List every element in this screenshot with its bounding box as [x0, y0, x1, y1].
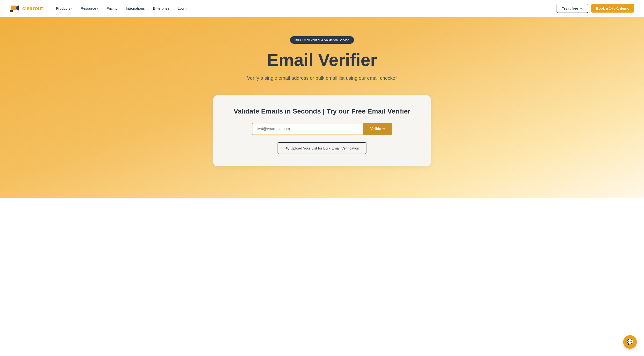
nav-item-enterprise[interactable]: Enterprise	[150, 4, 173, 12]
hero-badge: Bulk Email Verifier & Validation Service	[290, 36, 354, 44]
navbar: clearout Products ▾ Resource ▾ Pricing I…	[0, 0, 644, 17]
chevron-down-icon: ▾	[71, 7, 72, 10]
upload-icon	[285, 146, 289, 150]
nav-actions: Try it free → Book a 1-to-1 demo	[556, 4, 634, 13]
hero-subtitle: Verify a single email address or bulk em…	[247, 75, 397, 81]
logo-text: clearout	[22, 5, 43, 12]
chat-button[interactable]: 💬	[623, 335, 637, 349]
nav-item-integrations[interactable]: Integrations	[122, 4, 148, 12]
email-input[interactable]	[252, 123, 363, 135]
validate-button[interactable]: Validate	[363, 123, 392, 135]
verifier-card: Validate Emails in Seconds | Try our Fre…	[213, 96, 431, 166]
nav-item-products[interactable]: Products ▾	[53, 4, 76, 12]
logo[interactable]: clearout	[10, 3, 43, 14]
card-title: Validate Emails in Seconds | Try our Fre…	[234, 108, 410, 115]
book-demo-button[interactable]: Book a 1-to-1 demo	[591, 4, 634, 12]
try-free-button[interactable]: Try it free →	[556, 4, 588, 13]
nav-item-resource[interactable]: Resource ▾	[77, 4, 102, 12]
logo-icon	[10, 3, 20, 14]
chat-icon: 💬	[627, 339, 633, 345]
hero-title: Email Verifier	[267, 50, 377, 70]
upload-list-button[interactable]: Upload Your List for Bulk Email Verifica…	[278, 142, 366, 154]
svg-rect-1	[11, 6, 16, 10]
nav-item-login[interactable]: Login	[174, 4, 190, 12]
chevron-down-icon: ▾	[97, 7, 98, 10]
hero-section: Bulk Email Verifier & Validation Service…	[0, 17, 644, 198]
svg-point-3	[11, 10, 13, 12]
nav-links: Products ▾ Resource ▾ Pricing Integratio…	[53, 4, 557, 12]
email-input-row: Validate	[252, 123, 392, 135]
nav-item-pricing[interactable]: Pricing	[103, 4, 121, 12]
